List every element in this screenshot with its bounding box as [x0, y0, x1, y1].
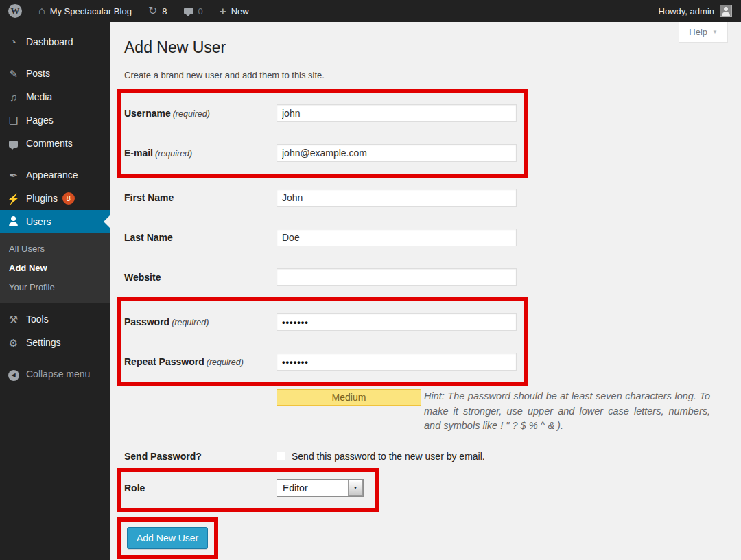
sidebar-item-plugins[interactable]: ⚡ Plugins 8: [0, 187, 110, 210]
plus-icon: +: [220, 5, 226, 17]
required-note: (required): [172, 318, 209, 327]
last-name-label: Last Name: [124, 232, 277, 243]
required-note: (required): [155, 149, 192, 159]
required-note: (required): [173, 109, 210, 119]
new-content-menu[interactable]: + New: [211, 0, 257, 22]
sidebar-item-label: Media: [26, 91, 52, 102]
role-selected-value: Editor: [283, 482, 308, 493]
send-password-row: Send Password? Send this password to the…: [124, 445, 727, 468]
submenu-item-label: Add New: [9, 263, 47, 273]
submenu-item-your-profile[interactable]: Your Profile: [0, 277, 110, 296]
repeat-password-label: Repeat Password(required): [124, 356, 277, 367]
plugins-update-badge: 8: [62, 192, 75, 205]
sidebar-item-appearance[interactable]: ✒ Appearance: [0, 163, 110, 187]
comments-bubble-icon: [184, 8, 193, 14]
last-name-row: Last Name: [124, 218, 727, 257]
add-new-user-button[interactable]: Add New User: [127, 527, 208, 549]
annotation-box-credentials: Username(required) E-mail(required): [117, 89, 528, 178]
comments-count: 0: [198, 6, 203, 16]
sidebar-item-settings[interactable]: ⚙ Settings: [0, 331, 110, 354]
send-password-checkbox-label: Send this password to the new user by em…: [292, 451, 485, 462]
sidebar-item-comments[interactable]: Comments: [0, 132, 110, 155]
sidebar-item-label: Plugins: [26, 193, 58, 204]
wordpress-menu[interactable]: W: [0, 0, 30, 22]
site-name-link[interactable]: ⌂ My Spectacular Blog: [30, 0, 140, 22]
sidebar-item-label: Users: [26, 216, 51, 227]
role-label: Role: [124, 482, 277, 493]
annotation-box-submit: Add New User: [117, 517, 218, 559]
password-strength-section: Medium Hint: The password should be at l…: [277, 389, 710, 434]
admin-bar: W ⌂ My Spectacular Blog ↻ 8 0 + New Howd…: [0, 0, 741, 22]
annotation-box-passwords: Password(required) Repeat Password(requi…: [117, 297, 528, 386]
page-subtitle: Create a brand new user and add them to …: [124, 70, 727, 80]
pushpin-icon: ✎: [6, 69, 21, 79]
send-password-label: Send Password?: [124, 451, 277, 462]
chevron-down-icon: ▼: [712, 29, 718, 35]
last-name-input[interactable]: [277, 229, 517, 246]
sidebar-item-label: Tools: [26, 314, 49, 325]
submenu-item-all-users[interactable]: All Users: [0, 239, 110, 258]
wrench-icon: ⚒: [6, 314, 21, 325]
wordpress-logo-icon: W: [8, 4, 22, 18]
annotation-box-role: Role Editor ▼: [117, 468, 379, 512]
repeat-password-input[interactable]: [277, 353, 517, 371]
pages-icon: ❏: [6, 115, 21, 126]
help-label: Help: [689, 27, 707, 37]
password-label: Password(required): [124, 316, 277, 327]
new-label: New: [231, 6, 249, 16]
username-input[interactable]: [277, 104, 517, 122]
sidebar-item-media[interactable]: ♫ Media: [0, 85, 110, 108]
sidebar-item-users[interactable]: Users: [0, 210, 110, 233]
website-label: Website: [124, 272, 277, 283]
help-button[interactable]: Help ▼: [679, 22, 728, 43]
first-name-label: First Name: [124, 192, 277, 203]
page-title: Add New User: [124, 37, 727, 58]
email-input[interactable]: [277, 144, 517, 162]
sidebar-item-label: Comments: [26, 138, 73, 149]
role-select[interactable]: Editor ▼: [277, 479, 364, 497]
updates-count: 8: [162, 6, 167, 16]
admin-sidebar: ◔ Dashboard ✎ Posts ♫ Media ❏ Pages Comm…: [0, 22, 110, 560]
first-name-row: First Name: [124, 178, 727, 218]
first-name-input[interactable]: [277, 189, 517, 207]
sidebar-item-label: Posts: [26, 68, 50, 79]
password-strength-meter: Medium: [277, 389, 421, 406]
admin-bar-left: W ⌂ My Spectacular Blog ↻ 8 0 + New: [0, 0, 257, 22]
sidebar-item-label: Appearance: [26, 170, 78, 180]
sidebar-item-tools[interactable]: ⚒ Tools: [0, 307, 110, 331]
paintbrush-icon: ✒: [6, 170, 21, 180]
send-password-checkbox[interactable]: [277, 452, 285, 460]
sidebar-item-pages[interactable]: ❏ Pages: [0, 108, 110, 132]
collapse-menu-button[interactable]: ◀ Collapse menu: [0, 362, 110, 386]
website-input[interactable]: [277, 268, 517, 286]
plug-icon: ⚡: [6, 194, 21, 204]
comments-link[interactable]: 0: [176, 0, 211, 22]
my-account-menu[interactable]: Howdy, admin: [659, 0, 741, 22]
collapse-menu-label: Collapse menu: [26, 369, 90, 380]
updates-link[interactable]: ↻ 8: [140, 0, 176, 22]
website-row: Website: [124, 257, 727, 297]
email-label: E-mail(required): [124, 148, 277, 159]
repeat-password-row: Repeat Password(required): [124, 342, 517, 382]
sidebar-item-posts[interactable]: ✎ Posts: [0, 62, 110, 85]
updates-icon: ↻: [148, 5, 157, 16]
password-row: Password(required): [124, 302, 517, 342]
role-row: Role Editor ▼: [124, 472, 365, 504]
email-row: E-mail(required): [124, 133, 517, 173]
username-row: Username(required): [124, 93, 517, 133]
sidebar-item-label: Settings: [26, 337, 61, 348]
dropdown-arrow-icon: ▼: [349, 480, 362, 495]
site-name-label: My Spectacular Blog: [50, 6, 132, 16]
required-note: (required): [207, 358, 244, 367]
sidebar-item-label: Pages: [26, 115, 54, 126]
submenu-item-label: All Users: [9, 244, 45, 254]
avatar: [720, 5, 732, 17]
home-icon: ⌂: [38, 5, 45, 16]
password-input[interactable]: [277, 313, 517, 331]
submenu-item-add-new[interactable]: Add New: [0, 258, 110, 277]
sidebar-item-dashboard[interactable]: ◔ Dashboard: [0, 30, 110, 54]
settings-sliders-icon: ⚙: [6, 338, 21, 348]
dashboard-icon: ◔: [6, 37, 21, 47]
users-icon: [6, 216, 21, 228]
collapse-icon: ◀: [6, 368, 21, 381]
